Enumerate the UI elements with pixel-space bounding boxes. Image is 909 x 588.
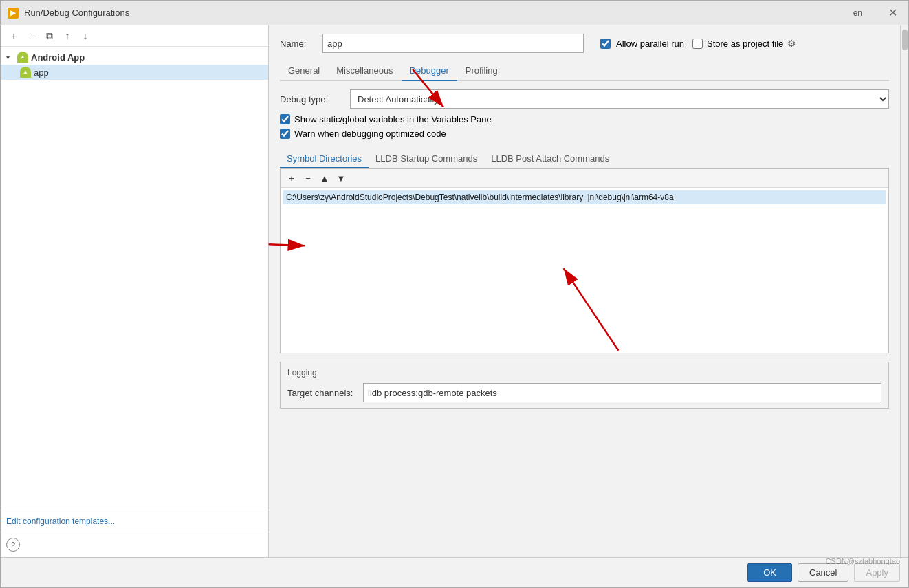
symbol-down-button[interactable]: ▼ — [334, 171, 348, 185]
tree-android-app[interactable]: ▾ ▲ Android App — [1, 50, 268, 65]
main-tabs: General Miscellaneous Debugger Profiling — [280, 61, 889, 81]
logging-section: Logging Target channels: — [280, 362, 889, 409]
show-static-checkbox[interactable] — [280, 114, 290, 124]
target-channels-input[interactable] — [363, 383, 881, 402]
tab-miscellaneous[interactable]: Miscellaneous — [328, 61, 401, 81]
bottom-bar: OK Cancel Apply — [1, 557, 908, 587]
cancel-button[interactable]: Cancel — [798, 563, 848, 582]
right-panel: Name: Allow parallel run Store as projec… — [269, 25, 900, 557]
run-debug-dialog: ▶ Run/Debug Configurations en ✕ + − ⧉ ↑ … — [0, 0, 909, 588]
logging-row: Target channels: — [287, 383, 881, 402]
title-bar: ▶ Run/Debug Configurations en ✕ — [1, 1, 908, 25]
sub-tab-lldb-startup[interactable]: LLDB Startup Commands — [369, 150, 484, 168]
symbol-list: C:\Users\zy\AndroidStudioProjects\DebugT… — [281, 188, 888, 353]
sub-tabs: Symbol Directories LLDB Startup Commands… — [280, 150, 889, 168]
symbol-up-button[interactable]: ▲ — [318, 171, 331, 185]
chevron-down-icon: ▾ — [6, 54, 14, 61]
left-help-section: ? — [1, 532, 268, 557]
tab-general[interactable]: General — [280, 61, 328, 81]
edit-templates-link[interactable]: Edit configuration templates... — [6, 516, 115, 526]
store-as-project-label: Store as project file — [707, 39, 783, 49]
symbol-add-button[interactable]: + — [285, 171, 298, 185]
close-button[interactable]: ✕ — [884, 5, 901, 21]
symbol-list-item[interactable]: C:\Users\zy\AndroidStudioProjects\DebugT… — [283, 190, 886, 204]
tab-profiling[interactable]: Profiling — [457, 61, 506, 81]
tree-app-item[interactable]: ▲ app — [1, 65, 268, 80]
tab-debugger[interactable]: Debugger — [402, 61, 457, 81]
android-app-icon: ▲ — [20, 67, 31, 78]
symbol-panel: + − ▲ ▼ C:\Users\zy\AndroidStudioProject… — [280, 168, 889, 353]
name-row: Name: Allow parallel run Store as projec… — [280, 34, 889, 53]
debug-type-select[interactable]: Detect Automatically — [350, 89, 889, 109]
gear-icon[interactable]: ⚙ — [787, 38, 796, 49]
warn-debug-row: Warn when debugging optimized code — [280, 129, 889, 139]
warn-debug-label: Warn when debugging optimized code — [294, 129, 446, 139]
apply-button[interactable]: Apply — [854, 563, 900, 582]
scrollbar-thumb[interactable] — [902, 30, 908, 50]
watermark: CSDN@sztabhongtao — [826, 557, 900, 565]
move-up-config-button[interactable]: ↑ — [60, 28, 75, 43]
title-extra: en — [853, 8, 862, 18]
name-input[interactable] — [322, 34, 584, 53]
add-config-button[interactable]: + — [6, 28, 21, 43]
left-toolbar: + − ⧉ ↑ ↓ — [1, 25, 268, 47]
move-down-config-button[interactable]: ↓ — [78, 28, 93, 43]
store-as-project-checkbox[interactable] — [692, 39, 703, 49]
sub-tab-lldb-post[interactable]: LLDB Post Attach Commands — [484, 150, 616, 168]
ok-button[interactable]: OK — [747, 563, 792, 582]
sub-tab-symbol-dirs[interactable]: Symbol Directories — [280, 150, 369, 168]
dialog-icon: ▶ — [8, 8, 19, 19]
android-icon: ▲ — [17, 52, 28, 63]
logging-title: Logging — [287, 368, 881, 378]
warn-debug-checkbox[interactable] — [280, 129, 290, 139]
store-as-project-row: Store as project file ⚙ — [692, 38, 796, 49]
allow-parallel-row: Allow parallel run — [600, 39, 684, 49]
right-scrollbar[interactable] — [900, 25, 908, 557]
symbol-toolbar: + − ▲ ▼ — [281, 169, 888, 188]
edit-templates-section: Edit configuration templates... — [1, 510, 268, 532]
content-area: + − ⧉ ↑ ↓ ▾ ▲ Android App ▲ app Edit con… — [1, 25, 908, 557]
remove-config-button[interactable]: − — [24, 28, 39, 43]
left-panel: + − ⧉ ↑ ↓ ▾ ▲ Android App ▲ app Edit con… — [1, 25, 269, 557]
allow-parallel-checkbox[interactable] — [600, 39, 611, 49]
tree-android-app-label: Android App — [31, 52, 85, 63]
dialog-title: Run/Debug Configurations — [24, 8, 848, 18]
help-button[interactable]: ? — [6, 538, 20, 552]
target-channels-label: Target channels: — [287, 388, 356, 398]
show-static-label: Show static/global variables in the Vari… — [294, 114, 492, 124]
debug-type-label: Debug type: — [280, 94, 342, 105]
show-static-row: Show static/global variables in the Vari… — [280, 114, 889, 124]
name-label: Name: — [280, 39, 314, 49]
allow-parallel-label: Allow parallel run — [616, 39, 684, 49]
copy-config-button[interactable]: ⧉ — [42, 28, 57, 43]
tree-app-label: app — [34, 67, 49, 78]
tree-area: ▾ ▲ Android App ▲ app — [1, 47, 268, 510]
symbol-remove-button[interactable]: − — [301, 171, 315, 185]
debug-type-row: Debug type: Detect Automatically — [280, 89, 889, 109]
